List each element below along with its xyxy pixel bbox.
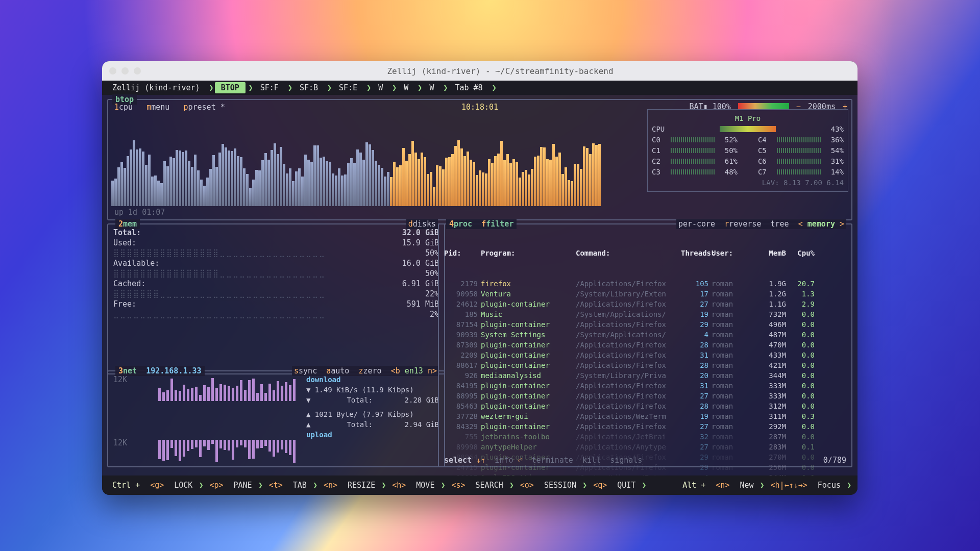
- net-iface[interactable]: en13: [405, 366, 423, 375]
- tab-sf-e[interactable]: SF:E: [333, 82, 363, 93]
- cpu-graph-bar: [491, 163, 494, 206]
- tab-sf-b[interactable]: SF:B: [293, 82, 324, 93]
- proc-panel: 4proc ffilter per-core rreverse tree < m…: [438, 223, 852, 467]
- reverse[interactable]: reverse: [729, 219, 761, 229]
- tab-w[interactable]: W: [398, 82, 414, 93]
- shortcut-quit[interactable]: QUIT: [612, 480, 641, 491]
- tab-w[interactable]: W: [372, 82, 389, 93]
- mem-free-label: Free:: [113, 299, 136, 309]
- shortcut-session[interactable]: SESSION: [539, 480, 581, 491]
- col-program[interactable]: Program:: [481, 248, 573, 258]
- table-row[interactable]: 87309plugin-container/Applications/Firef…: [444, 340, 846, 350]
- mem-avail: 16.0 GiB: [402, 258, 439, 268]
- cpu-graph-bar: [555, 157, 558, 206]
- table-row[interactable]: 926mediaanalysisd/System/Library/Priva20…: [444, 370, 846, 381]
- tab-btop[interactable]: BTOP: [215, 82, 246, 93]
- net-graph-bar: [195, 387, 198, 401]
- zoom-icon[interactable]: [134, 67, 141, 74]
- col-user[interactable]: User:: [712, 248, 750, 258]
- net-label[interactable]: net: [123, 366, 137, 375]
- table-row[interactable]: 185Music/System/Applications/19roman732M…: [444, 309, 846, 319]
- shortcut-move[interactable]: MOVE: [411, 480, 439, 491]
- filter-label[interactable]: filter: [486, 219, 513, 229]
- cpu-graph-bar: [234, 148, 236, 206]
- net-graph-bar: [236, 440, 238, 447]
- disks-label[interactable]: disks: [413, 219, 436, 229]
- net-graph-bar: [199, 395, 202, 401]
- net-zero[interactable]: zero: [363, 366, 382, 375]
- shortcut-focus[interactable]: Focus: [813, 480, 846, 491]
- table-row[interactable]: 90958Ventura/System/Library/Exten17roman…: [444, 289, 846, 299]
- titlebar[interactable]: Zellij (kind-river) - ~/C/streamfinity-b…: [102, 61, 857, 81]
- per-core[interactable]: per-core: [678, 219, 715, 229]
- terminate-label[interactable]: terminate: [532, 456, 573, 465]
- col-pid[interactable]: Pid:: [444, 248, 478, 258]
- table-row[interactable]: 24612plugin-container/Applications/Firef…: [444, 299, 846, 309]
- cpu-graph-bar: [191, 167, 193, 206]
- minimize-icon[interactable]: [121, 67, 129, 74]
- shortcut-search[interactable]: SEARCH: [471, 480, 508, 491]
- tree[interactable]: tree: [771, 219, 789, 229]
- tab-w[interactable]: W: [423, 82, 440, 93]
- upload-rate: 1021 Byte/ (7.97 Kibps): [315, 410, 414, 418]
- col-memb[interactable]: MemB: [753, 248, 786, 258]
- col-threads[interactable]: Threads:: [681, 248, 708, 258]
- table-row[interactable]: 84195plugin-container/Applications/Firef…: [444, 381, 846, 391]
- table-row[interactable]: 84329plugin-container/Applications/Firef…: [444, 421, 846, 432]
- chevron-right-icon: ❯: [442, 83, 449, 92]
- upload-label: upload: [306, 431, 332, 439]
- table-row[interactable]: 85463plugin-container/Applications/Firef…: [444, 401, 846, 411]
- select-label[interactable]: select: [444, 456, 472, 465]
- net-graph-bar: [289, 385, 291, 401]
- net-graph-bar: [244, 390, 247, 401]
- net-auto[interactable]: auto: [331, 366, 349, 375]
- info-label[interactable]: info: [495, 456, 513, 465]
- shortcut-new[interactable]: New: [734, 480, 758, 491]
- shortcut-pane[interactable]: PANE: [229, 480, 257, 491]
- mem-total-label: Total:: [113, 228, 141, 238]
- table-row[interactable]: 88617plugin-container/Applications/Firef…: [444, 360, 846, 370]
- chevron-right-icon: ❯: [198, 481, 204, 490]
- cpu-graph-bar: [396, 167, 399, 206]
- cpu-graph-bar: [362, 160, 365, 206]
- sort-column[interactable]: memory: [807, 219, 835, 229]
- table-row[interactable]: 90939System Settings/System/Applications…: [444, 330, 846, 340]
- shortcut-resize[interactable]: RESIZE: [342, 480, 380, 491]
- net-graph-bar: [268, 384, 271, 401]
- close-icon[interactable]: [109, 67, 116, 74]
- table-row[interactable]: 755jetbrains-toolbo/Applications/JetBrai…: [444, 432, 846, 442]
- net-graph-bar: [277, 440, 279, 453]
- cpu-model: M1 Pro: [735, 113, 761, 123]
- table-row[interactable]: 89998anytypeHelper/Applications/Anytype2…: [444, 442, 846, 452]
- net-graph-bar: [158, 388, 161, 401]
- shortcut-lock[interactable]: LOCK: [169, 480, 198, 491]
- table-row[interactable]: 87154plugin-container/Applications/Firef…: [444, 319, 846, 330]
- cpu-graph-bar: [488, 159, 491, 206]
- mem-label[interactable]: mem: [123, 219, 137, 229]
- kill-label[interactable]: kill: [582, 456, 601, 465]
- chevron-right-icon: ❯: [391, 83, 398, 92]
- tab-tab-8[interactable]: Tab #8: [449, 82, 488, 93]
- cpu-graph-bar: [280, 147, 282, 206]
- proc-label[interactable]: proc: [454, 219, 472, 229]
- table-row[interactable]: 88995plugin-container/Applications/Firef…: [444, 391, 846, 401]
- tab-sf-f[interactable]: SF:F: [254, 82, 285, 93]
- table-row[interactable]: 2179firefox/Applications/Firefox105roman…: [444, 279, 846, 289]
- cpu-graph-bar: [145, 165, 148, 206]
- table-row[interactable]: 2209plugin-container/Applications/Firefo…: [444, 350, 846, 360]
- cpu-graph-bar: [561, 174, 564, 206]
- net-graph-bar: [273, 390, 275, 401]
- table-row[interactable]: 37728wezterm-gui/Applications/WezTerm19r…: [444, 411, 846, 421]
- col-command[interactable]: Command:: [576, 248, 678, 258]
- signals-label[interactable]: signals: [610, 456, 642, 465]
- net-graph-bar: [228, 386, 230, 401]
- net-graph-bar: [285, 382, 287, 401]
- col-cpu[interactable]: Cpu%: [789, 248, 815, 258]
- net-graph-bar: [256, 393, 259, 401]
- cpu-graph-bar: [320, 158, 322, 206]
- cpu-graph-bar: [421, 153, 423, 206]
- shortcut-key: <h|←↑↓→>: [766, 480, 813, 491]
- cpu-graph-bar: [301, 177, 304, 206]
- net-sync[interactable]: sync: [299, 366, 317, 375]
- shortcut-tab[interactable]: TAB: [288, 480, 312, 491]
